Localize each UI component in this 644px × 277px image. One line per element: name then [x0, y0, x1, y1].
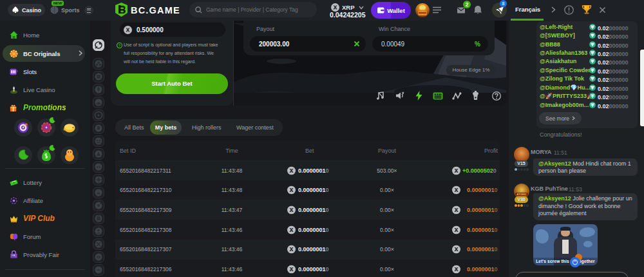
svg-text:?: ?: [118, 44, 121, 48]
